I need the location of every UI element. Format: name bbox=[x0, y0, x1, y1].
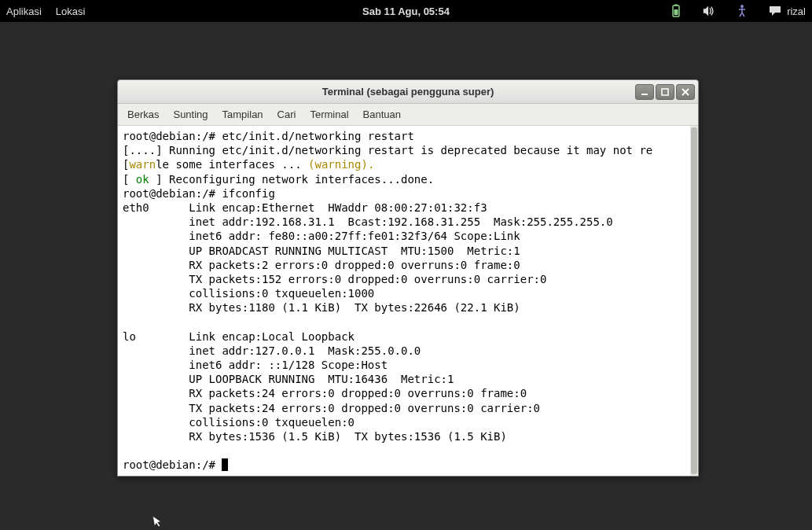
menu-berkas[interactable]: Berkas bbox=[127, 109, 159, 120]
terminal-line: RX bytes:1180 (1.1 KiB) TX bytes:22646 (… bbox=[123, 300, 693, 315]
terminal-line: eth0 Link encap:Ethernet HWaddr 08:00:27… bbox=[123, 201, 693, 215]
window-titlebar[interactable]: Terminal (sebagai pengguna super) bbox=[118, 80, 698, 104]
terminal-line: inet addr:192.168.31.1 Bcast:192.168.31.… bbox=[123, 215, 693, 229]
clock[interactable]: Sab 11 Agu, 05:54 bbox=[362, 6, 450, 17]
terminal-line: [....] Running etc/init.d/networking res… bbox=[123, 143, 693, 157]
terminal-output[interactable]: root@debian:/# etc/init.d/networking res… bbox=[118, 126, 698, 476]
user-menu[interactable]: rizal bbox=[768, 4, 806, 18]
svg-rect-2 bbox=[674, 5, 678, 6]
volume-icon[interactable] bbox=[702, 4, 716, 18]
menu-bantuan[interactable]: Bantuan bbox=[363, 109, 401, 120]
terminal-line: UP BROADCAST RUNNING MULTICAST MTU:1500 … bbox=[123, 244, 693, 258]
terminal-window: Terminal (sebagai pengguna super) Berkas… bbox=[117, 79, 699, 477]
accessibility-icon[interactable] bbox=[735, 4, 749, 18]
topbar-left: Aplikasi Lokasi bbox=[6, 6, 85, 17]
terminal-line: UP LOOPBACK RUNNING MTU:16436 Metric:1 bbox=[123, 372, 693, 386]
minimize-button[interactable] bbox=[635, 84, 654, 100]
terminal-line: lo Link encap:Local Loopback bbox=[123, 329, 693, 344]
terminal-line: root@debian:/# ifconfig bbox=[123, 186, 693, 201]
scrollbar[interactable] bbox=[690, 126, 698, 476]
username-label: rizal bbox=[787, 6, 806, 17]
terminal-line: collisions:0 txqueuelen:0 bbox=[123, 415, 693, 429]
svg-rect-4 bbox=[641, 94, 648, 95]
chat-icon bbox=[768, 4, 782, 18]
menu-sunting[interactable]: Sunting bbox=[173, 109, 208, 120]
terminal-line: root@debian:/# bbox=[123, 458, 693, 472]
desktop-topbar: Aplikasi Lokasi Sab 11 Agu, 05:54 rizal bbox=[0, 0, 812, 22]
terminal-line: root@debian:/# etc/init.d/networking res… bbox=[123, 129, 693, 143]
close-button[interactable] bbox=[676, 84, 695, 100]
battery-icon[interactable] bbox=[669, 4, 683, 18]
svg-rect-5 bbox=[662, 89, 668, 95]
terminal-menubar: Berkas Sunting Tampilan Cari Terminal Ba… bbox=[118, 104, 698, 126]
svg-point-3 bbox=[740, 5, 744, 8]
menu-tampilan[interactable]: Tampilan bbox=[222, 109, 263, 120]
window-controls bbox=[635, 84, 695, 100]
terminal-cursor bbox=[222, 458, 228, 471]
topbar-right: rizal bbox=[669, 4, 806, 18]
terminal-line: RX bytes:1536 (1.5 KiB) TX bytes:1536 (1… bbox=[123, 429, 693, 444]
terminal-line: RX packets:2 errors:0 dropped:0 overruns… bbox=[123, 258, 693, 272]
terminal-line: RX packets:24 errors:0 dropped:0 overrun… bbox=[123, 386, 693, 400]
menu-aplikasi[interactable]: Aplikasi bbox=[6, 6, 42, 17]
terminal-line: collisions:0 txqueuelen:1000 bbox=[123, 286, 693, 300]
scrollbar-thumb[interactable] bbox=[691, 127, 697, 474]
menu-cari[interactable]: Cari bbox=[277, 109, 296, 120]
terminal-line: inet6 addr: fe80::a00:27ff:fe01:32f3/64 … bbox=[123, 229, 693, 243]
maximize-button[interactable] bbox=[656, 84, 674, 100]
terminal-line: [warnle some interfaces ... (warning). bbox=[123, 157, 693, 171]
terminal-line: inet addr:127.0.0.1 Mask:255.0.0.0 bbox=[123, 344, 693, 358]
terminal-line: TX packets:24 errors:0 dropped:0 overrun… bbox=[123, 401, 693, 415]
svg-rect-1 bbox=[674, 9, 678, 15]
menu-terminal[interactable]: Terminal bbox=[310, 109, 348, 120]
terminal-line: TX packets:152 errors:0 dropped:0 overru… bbox=[123, 272, 693, 286]
terminal-line bbox=[123, 315, 693, 329]
terminal-line bbox=[123, 444, 693, 458]
terminal-line: inet6 addr: ::1/128 Scope:Host bbox=[123, 358, 693, 372]
window-title: Terminal (sebagai pengguna super) bbox=[322, 86, 494, 98]
terminal-line: [ ok ] Reconfiguring network interfaces.… bbox=[123, 172, 693, 186]
menu-lokasi[interactable]: Lokasi bbox=[56, 6, 86, 17]
mouse-cursor-icon bbox=[152, 513, 166, 530]
